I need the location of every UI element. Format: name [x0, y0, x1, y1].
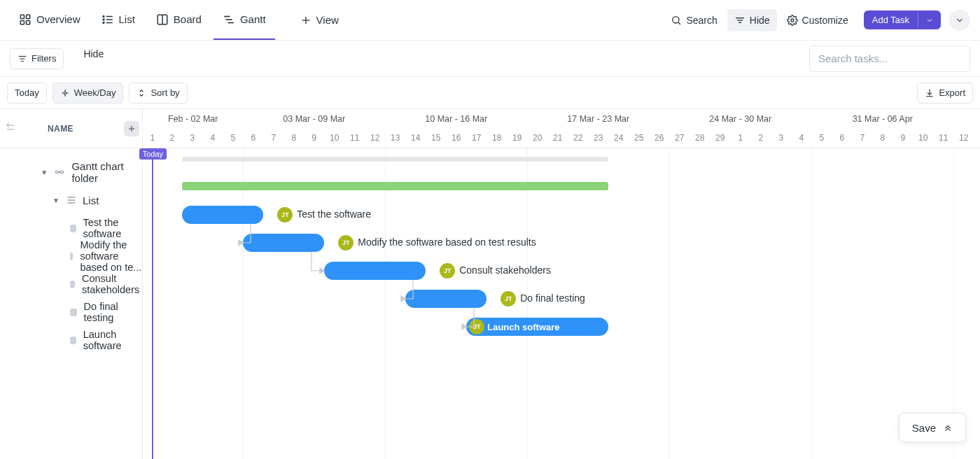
day-label: 25: [629, 129, 649, 148]
search-button[interactable]: Search: [664, 9, 724, 31]
tab-board[interactable]: Board: [147, 1, 211, 40]
hide-icon: [734, 15, 746, 26]
task-label: Modify the software based on te...: [80, 239, 142, 273]
tree-task[interactable]: Consult stakeholders: [0, 270, 142, 298]
gear-icon: [787, 15, 798, 26]
day-label: 29: [710, 129, 730, 148]
export-button[interactable]: Export: [917, 83, 973, 104]
svg-point-4: [103, 15, 104, 17]
day-label: 8: [284, 129, 304, 148]
timeline-header: Feb - 02 Mar03 Mar - 09 Mar10 Mar - 16 M…: [143, 109, 980, 148]
tab-board-label: Board: [174, 13, 202, 25]
hide-button[interactable]: Hide: [727, 9, 777, 31]
add-task-button[interactable]: Add Task: [864, 10, 941, 29]
week-label: Feb - 02 Mar: [143, 109, 243, 129]
day-label: 7: [852, 129, 872, 148]
export-label: Export: [939, 87, 965, 98]
tree-folder[interactable]: ▼ Gantt chart folder: [0, 158, 142, 186]
svg-rect-0: [20, 15, 24, 18]
tab-list[interactable]: List: [92, 1, 144, 40]
add-column-button[interactable]: [124, 121, 139, 136]
chevron-down-icon: [955, 15, 965, 25]
day-label: 21: [547, 129, 568, 148]
svg-line-18: [678, 22, 680, 24]
plus-icon: [300, 15, 312, 26]
name-column-header: NAME: [48, 124, 74, 134]
customize-label: Customize: [802, 15, 848, 26]
dependency-arrow: [143, 148, 843, 459]
day-label: 3: [182, 129, 202, 148]
day-label: 23: [588, 129, 608, 148]
day-label: 1: [143, 129, 162, 148]
day-label: 6: [243, 129, 263, 148]
caret-down-icon[interactable]: ▼: [41, 169, 48, 176]
day-label: 24: [608, 129, 629, 148]
status-dot-icon: [70, 337, 76, 344]
tab-overview[interactable]: Overview: [10, 1, 90, 40]
overview-icon: [19, 13, 31, 26]
save-button[interactable]: Save: [899, 413, 966, 442]
day-label: 10: [913, 129, 933, 148]
tree-list[interactable]: ▼ List: [0, 186, 142, 214]
add-task-main[interactable]: Add Task: [864, 10, 918, 29]
status-dot-icon: [70, 309, 77, 316]
status-dot-icon: [70, 225, 76, 232]
collapse-panel-icon[interactable]: [4, 121, 17, 136]
caret-down-icon[interactable]: ▼: [52, 197, 60, 204]
sortby-button[interactable]: Sort by: [129, 83, 187, 104]
week-label: 10 Mar - 16 Mar: [385, 109, 527, 129]
day-label: 9: [892, 129, 913, 148]
tree-task[interactable]: Do final testing: [0, 298, 142, 326]
top-toolbar: Overview List Board Gantt View Search Hi…: [0, 0, 980, 41]
day-label: 3: [771, 129, 791, 148]
day-label: 19: [507, 129, 527, 148]
day-label: 11: [344, 129, 365, 148]
filter-icon: [18, 54, 27, 64]
svg-rect-1: [27, 15, 30, 18]
week-label: 07 Apr - 13 Apr: [953, 109, 980, 129]
day-label: 4: [202, 129, 223, 148]
tree-task[interactable]: Test the software: [0, 214, 142, 242]
task-label: Do final testing: [84, 301, 143, 323]
search-label: Search: [686, 15, 717, 26]
day-label: 10: [324, 129, 344, 148]
add-view-button[interactable]: View: [292, 8, 347, 33]
svg-point-22: [791, 19, 794, 22]
task-tree-panel: NAME ▼ Gantt chart folder ▼ List Test th…: [0, 109, 143, 459]
tree-task[interactable]: Modify the software based on te...: [0, 242, 142, 270]
customize-button[interactable]: Customize: [780, 9, 855, 31]
filters-button[interactable]: Filters: [10, 48, 64, 69]
search-input[interactable]: [809, 45, 970, 72]
day-label: 11: [933, 129, 953, 148]
week-label: 03 Mar - 09 Mar: [243, 109, 385, 129]
tree-task[interactable]: Launch software: [0, 326, 142, 354]
more-button[interactable]: [949, 10, 970, 31]
day-label: 15: [426, 129, 446, 148]
save-label: Save: [912, 422, 936, 434]
day-label: 2: [162, 129, 182, 148]
gantt-options-bar: Today Week/Day Sort by Export: [0, 77, 980, 109]
svg-point-6: [103, 22, 104, 23]
gantt-icon: [223, 13, 235, 26]
svg-marker-38: [462, 324, 466, 330]
chevron-down-icon: [925, 16, 934, 24]
day-label: 2: [750, 129, 771, 148]
add-view-label: View: [316, 14, 339, 26]
subbar-hide-button[interactable]: Hide: [76, 48, 111, 69]
day-label: 6: [832, 129, 852, 148]
status-dot-icon: [70, 253, 73, 260]
add-task-dropdown[interactable]: [918, 12, 941, 29]
download-icon: [925, 88, 934, 98]
day-label: 22: [568, 129, 588, 148]
today-button[interactable]: Today: [7, 83, 47, 104]
day-label: 20: [527, 129, 547, 148]
status-dot-icon: [70, 281, 75, 288]
sortby-label: Sort by: [150, 87, 179, 98]
day-label: 12: [953, 129, 974, 148]
zoom-weekday-button[interactable]: Week/Day: [52, 83, 124, 104]
tab-gantt[interactable]: Gantt: [214, 1, 275, 40]
day-label: 13: [974, 129, 980, 148]
day-label: 27: [669, 129, 690, 148]
tab-overview-label: Overview: [36, 13, 80, 25]
chevron-double-up-icon: [943, 423, 953, 432]
